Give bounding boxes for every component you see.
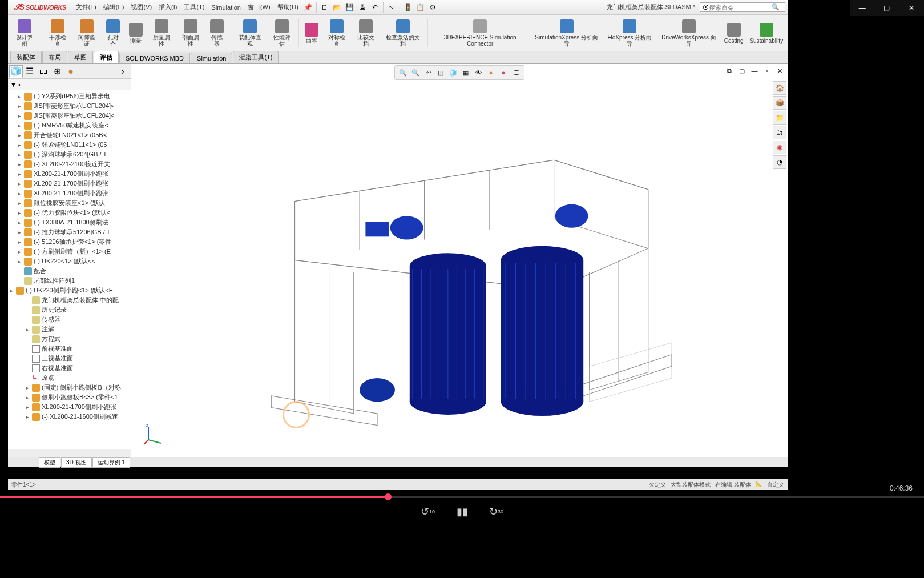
tree-item[interactable]: ▸JIS[带菱形座轴承UCFL204]< xyxy=(8,101,131,111)
ribbon-floxpress[interactable]: FloXpress 分析向导 xyxy=(603,16,656,50)
expand-icon[interactable]: ▸ xyxy=(18,200,24,206)
ribbon-sustainability[interactable]: Sustainability xyxy=(747,16,785,50)
tree-item[interactable]: ▸限位橡胶安装座<1> (默认 xyxy=(8,198,131,208)
tree-item[interactable]: 龙门机框架总装配体 中的配 xyxy=(8,295,131,305)
expand-icon[interactable]: ▸ xyxy=(18,230,24,235)
tree-item[interactable]: ▸(-) Y2系列(IP56)三相异步电 xyxy=(8,91,131,101)
expand-icon[interactable]: ▸ xyxy=(18,191,24,196)
rebuild-icon[interactable]: 🚦 xyxy=(403,2,413,13)
ribbon-[interactable]: 曲率 xyxy=(301,16,322,50)
ribbon-[interactable]: 传感器 xyxy=(205,16,228,50)
expand-icon[interactable]: ▸ xyxy=(18,220,24,226)
ribbon-[interactable]: 间隙验证 xyxy=(72,16,100,50)
ribbon-[interactable]: 质量属性 xyxy=(147,16,175,50)
menu-insert[interactable]: 插入(I) xyxy=(155,3,180,11)
progress-knob[interactable] xyxy=(385,493,392,500)
tab-评估[interactable]: 评估 xyxy=(94,51,119,63)
tree-hscroll[interactable] xyxy=(8,449,131,457)
tree-item[interactable]: ▸开合链轮LN021<1> (05B< xyxy=(8,130,131,140)
expand-icon[interactable]: ▸ xyxy=(18,103,24,109)
new-icon[interactable]: 🗋 xyxy=(320,2,330,13)
display-tab[interactable]: ● xyxy=(64,65,78,78)
tree-item[interactable]: 局部线性阵列1 xyxy=(8,276,131,286)
tree-item[interactable]: 历史记录 xyxy=(8,305,131,315)
panel-expand-icon[interactable]: › xyxy=(116,65,130,78)
ribbon-[interactable]: 干涉检查 xyxy=(43,16,71,50)
expand-icon[interactable]: ▸ xyxy=(18,123,24,129)
tree-item[interactable]: 右视基准面 xyxy=(8,363,131,373)
tree-item[interactable]: ▸XL200-21-1700侧刷小跑张 xyxy=(8,179,131,188)
expand-icon[interactable]: ▸ xyxy=(18,259,24,264)
ribbon-[interactable]: 性能评估 xyxy=(268,16,296,50)
ribbon-[interactable]: 装配体直观 xyxy=(233,16,267,50)
settings-icon[interactable]: ⚙ xyxy=(428,2,438,13)
status-units-icon[interactable]: 📐 xyxy=(756,481,762,489)
property-tab[interactable]: ☰ xyxy=(23,65,37,78)
video-progress-bar[interactable] xyxy=(0,496,924,498)
tree-item[interactable]: ▸JIS[带菱形座轴承UCFL204]< xyxy=(8,111,131,121)
dimxpert-tab[interactable]: ⊕ xyxy=(50,65,64,78)
tree-item[interactable]: ▸(-) 优力胶限位块<1> (默认< xyxy=(8,208,131,218)
expand-icon[interactable]: ▸ xyxy=(18,142,24,148)
window-maximize[interactable]: ▢ xyxy=(874,0,899,16)
expand-icon[interactable]: ▸ xyxy=(18,210,24,216)
status-custom[interactable]: 自定义 xyxy=(767,481,784,489)
select-icon[interactable]: ↖ xyxy=(386,2,397,13)
expand-icon[interactable]: ▸ xyxy=(10,288,16,294)
tab-3dview[interactable]: 3D 视图 xyxy=(61,457,92,468)
tree-item[interactable]: ▸(-) 深沟球轴承6204[GB / T xyxy=(8,150,131,159)
ribbon-[interactable]: 对称检查 xyxy=(323,16,351,50)
expand-icon[interactable]: ▸ xyxy=(18,239,24,245)
open-icon[interactable]: 📂 xyxy=(332,2,342,13)
ribbon-[interactable]: 测量 xyxy=(126,16,146,50)
expand-icon[interactable]: ▸ xyxy=(18,249,24,255)
tree-item[interactable]: 传感器 xyxy=(8,315,131,324)
tab-motion-study[interactable]: 运动算例 1 xyxy=(92,457,130,468)
orientation-triad[interactable]: z xyxy=(143,423,166,445)
config-tab[interactable]: 🗂 xyxy=(37,65,50,78)
window-minimize[interactable]: — xyxy=(850,0,874,16)
feature-tree-tab[interactable]: 🧊 xyxy=(9,65,23,78)
play-pause-button[interactable]: ▮▮ xyxy=(453,503,471,521)
search-input[interactable] xyxy=(709,4,772,11)
save-icon[interactable]: 💾 xyxy=(345,2,355,13)
ribbon-[interactable]: 检查激活的文档 xyxy=(381,16,425,50)
tree-item[interactable]: 方程式 xyxy=(8,334,131,344)
expand-icon[interactable]: ▸ xyxy=(26,327,32,332)
tree-item[interactable]: 配合 xyxy=(8,266,131,276)
tab-SOLIDWORKS MBD[interactable]: SOLIDWORKS MBD xyxy=(119,53,190,63)
ribbon-costing[interactable]: Costing xyxy=(721,16,746,50)
command-search[interactable]: ⦿ 🔍 xyxy=(700,2,785,12)
menu-edit[interactable]: 编辑(E) xyxy=(100,3,128,11)
expand-icon[interactable]: ▸ xyxy=(18,152,24,158)
window-close[interactable]: ✕ xyxy=(899,0,924,16)
expand-icon[interactable]: ▸ xyxy=(26,414,32,420)
tree-item[interactable]: ▸XL200-21-1700侧刷小跑张 xyxy=(8,169,131,179)
menu-view[interactable]: 视图(V) xyxy=(127,3,155,11)
tab-装配体[interactable]: 装配体 xyxy=(10,51,42,63)
graphics-viewport[interactable]: 🔍 🔍 ↶ ◫ 🧊 ▦ 👁 ● ● 🖵 ⧉ ▢ — ▫ ✕ 🏠 📦 xyxy=(131,64,788,457)
options-icon[interactable]: 📋 xyxy=(415,2,426,13)
expand-icon[interactable]: ▸ xyxy=(18,94,24,99)
ribbon-3dexperiencesimulationconnector[interactable]: 3DEXPERIENCE Simulation Connector xyxy=(430,16,530,50)
search-go-icon[interactable]: 🔍 xyxy=(772,3,780,11)
tree-item[interactable]: ▸XL200-21-1700侧刷小跑张 xyxy=(8,402,131,412)
tree-item[interactable]: ▸(-) 51206轴承护套<1> (零件 xyxy=(8,237,131,247)
menu-tools[interactable]: 工具(T) xyxy=(180,3,208,11)
ribbon-[interactable]: 孔对齐 xyxy=(102,16,124,50)
expand-icon[interactable]: ▸ xyxy=(18,113,24,119)
forward-button[interactable]: ↻30 xyxy=(487,503,506,521)
pin-icon[interactable]: 📌 xyxy=(303,2,313,13)
tree-item[interactable]: 上视基准面 xyxy=(8,354,131,363)
tree-item[interactable]: ▸(-) 推力球轴承51206[GB / T xyxy=(8,227,131,237)
tree-item[interactable]: ▸(固定) 侧刷小跑侧板B（对称 xyxy=(8,383,131,392)
expand-icon[interactable]: ▸ xyxy=(18,133,24,138)
expand-icon[interactable]: ▸ xyxy=(18,181,24,187)
menu-help[interactable]: 帮助(H) xyxy=(274,3,302,11)
expand-icon[interactable]: ▸ xyxy=(26,385,32,391)
expand-icon[interactable]: ▸ xyxy=(18,171,24,177)
tree-item[interactable]: ▸(-) TX380A-21-1800侧刷法 xyxy=(8,218,131,227)
menu-file[interactable]: 文件(F) xyxy=(72,3,100,11)
ribbon-driveworksxpress[interactable]: DriveWorksXpress 向导 xyxy=(657,16,720,50)
tree-item[interactable]: ▸(-) XL200-21-2100接近开关 xyxy=(8,159,131,169)
